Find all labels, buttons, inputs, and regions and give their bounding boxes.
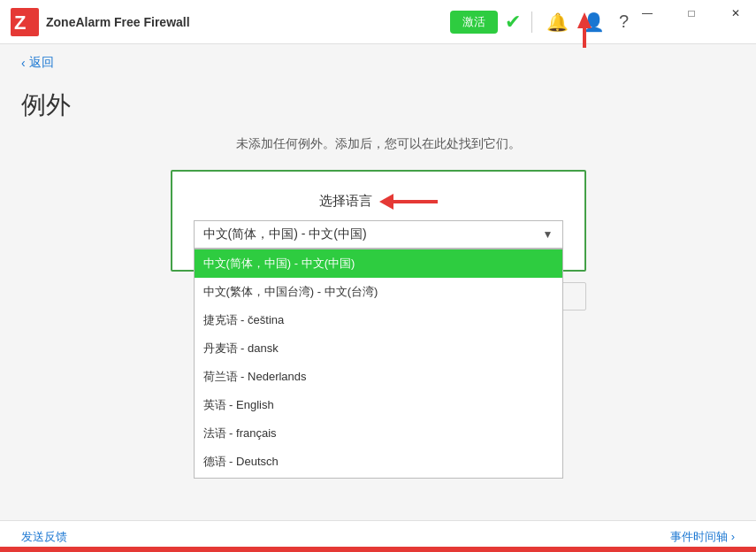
arrow-up-head — [577, 12, 592, 28]
info-text: 未添加任何例外。添加后，您可以在此处找到它们。 — [21, 136, 735, 152]
titlebar-actions: 激活 ✔ 🔔 👤 ? — [450, 8, 632, 36]
titlebar: Z ZoneAlarm Free Firewall 激活 ✔ 🔔 👤 ? — □… — [0, 0, 756, 44]
dropdown-item[interactable]: 中文(繁体，中国台湾) - 中文(台湾) — [195, 278, 562, 306]
selected-text: 中文(简体，中国) - 中文(中国) — [203, 226, 367, 242]
red-bottom-bar — [0, 547, 756, 552]
dropdown-item[interactable]: 德语 - Deutsch — [195, 448, 562, 476]
language-panel: 选择语言 中文(简体，中国) - 中文(中国) ▼ 中文(简体，中国) - 中文… — [171, 170, 586, 272]
timeline-link[interactable]: 事件时间轴 › — [670, 529, 735, 545]
minimize-button[interactable]: — — [627, 0, 668, 27]
dropdown-item[interactable]: 英语 - English — [195, 391, 562, 419]
app-title: ZoneAlarm Free Firewall — [46, 15, 190, 29]
arrow-left-head — [379, 194, 393, 210]
close-button[interactable]: ✕ — [715, 0, 756, 27]
window-controls: — □ ✕ — [627, 0, 756, 27]
dropdown-selected-value[interactable]: 中文(简体，中国) - 中文(中国) ▼ — [194, 220, 563, 249]
dropdown-arrow-icon: ▼ — [543, 228, 554, 241]
page-title: 例外 — [21, 88, 735, 122]
app-logo: Z ZoneAlarm Free Firewall — [11, 8, 190, 36]
divider — [531, 12, 532, 33]
back-button[interactable]: ‹ 返回 — [21, 44, 54, 81]
back-label: 返回 — [29, 55, 54, 71]
annotation-arrow — [577, 12, 592, 48]
dropdown-item[interactable]: 捷克语 - čeština — [195, 306, 562, 334]
annotation-arrow-left — [379, 194, 438, 210]
dropdown-list[interactable]: 中文(简体，中国) - 中文(中国)中文(繁体，中国台湾) - 中文(台湾)捷克… — [194, 249, 563, 479]
dropdown-item[interactable]: 法语 - français — [195, 419, 562, 448]
feedback-link[interactable]: 发送反馈 — [21, 529, 67, 545]
select-language-text: 选择语言 — [319, 193, 372, 210]
arrow-left-body — [393, 200, 438, 203]
dropdown-item[interactable]: 荷兰语 - Nederlands — [195, 363, 562, 391]
maximize-button[interactable]: □ — [671, 0, 712, 27]
svg-text:Z: Z — [14, 12, 26, 34]
arrow-stem — [583, 28, 586, 48]
content-area: ‹ 返回 例外 未添加任何例外。添加后，您可以在此处找到它们。 选择语言 中文(… — [0, 44, 756, 310]
dropdown-item[interactable]: 希腊语 - Ελληνικά — [195, 476, 562, 479]
back-chevron: ‹ — [21, 56, 26, 70]
dropdown-item[interactable]: 中文(简体，中国) - 中文(中国) — [195, 249, 562, 278]
bell-icon[interactable]: 🔔 — [543, 8, 572, 36]
select-language-label: 选择语言 — [194, 193, 563, 210]
activate-button[interactable]: 激活 — [450, 11, 498, 34]
za-logo: Z — [11, 8, 39, 36]
dropdown-item[interactable]: 丹麦语 - dansk — [195, 334, 562, 363]
check-icon[interactable]: ✔ — [505, 11, 521, 34]
language-dropdown[interactable]: 中文(简体，中国) - 中文(中国) ▼ 中文(简体，中国) - 中文(中国)中… — [194, 220, 563, 249]
